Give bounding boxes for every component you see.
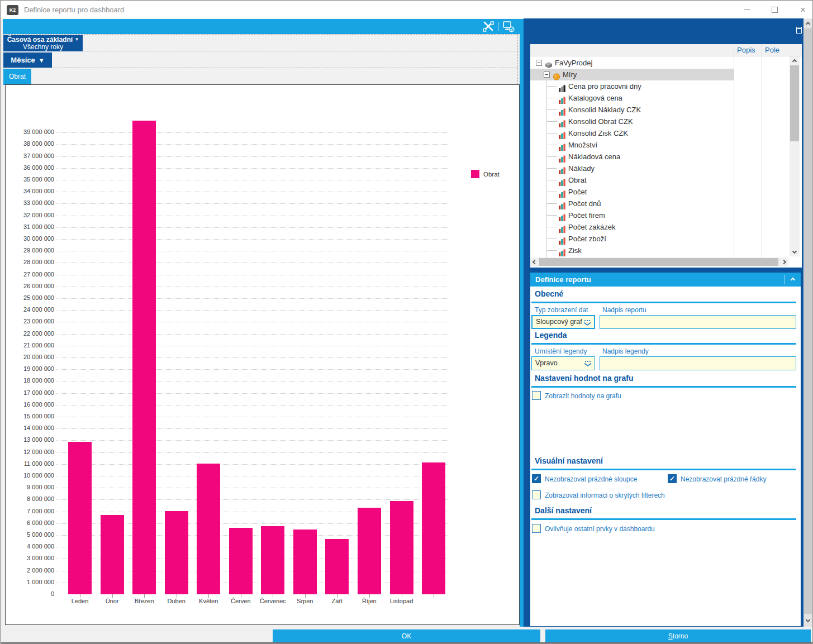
gridline: [56, 287, 448, 287]
time-axis-button[interactable]: Časová osa základní ▼ Všechny roky: [3, 35, 83, 51]
scroll-down-icon[interactable]: [791, 248, 798, 255]
tree-row-measure[interactable]: Konsolid Zisk CZK: [530, 127, 788, 139]
tree-row-measure[interactable]: Konsolid Náklady CZK: [530, 104, 788, 116]
tree-row-measure[interactable]: Počet zboží: [530, 233, 788, 245]
column-header-popis[interactable]: Popis: [737, 44, 755, 56]
y-axis-label: 29 000 000: [6, 247, 54, 254]
panel-divider[interactable]: [520, 19, 524, 629]
minimize-button[interactable]: [738, 1, 757, 18]
column-header-pole[interactable]: Pole: [765, 44, 779, 56]
crossed-tools-icon[interactable]: [482, 21, 495, 32]
bar[interactable]: [293, 529, 317, 594]
tree-row-measure[interactable]: Počet dnů: [530, 198, 788, 209]
bar[interactable]: [422, 462, 445, 594]
bar[interactable]: [261, 526, 284, 594]
legend-position-value: Vpravo: [535, 359, 558, 367]
scrollbar-thumb[interactable]: [804, 28, 812, 614]
bar[interactable]: [101, 515, 124, 595]
gridline: [56, 428, 448, 429]
tree-row-measure[interactable]: Cena pro pracovni dny: [530, 80, 788, 92]
y-axis-label: 1 000 000: [6, 579, 54, 585]
bar[interactable]: [132, 121, 156, 594]
right-scrollbar[interactable]: [804, 19, 812, 627]
tree-row-measure[interactable]: Počet zakázek: [530, 221, 788, 233]
tree-row-measure[interactable]: Nákladová cena: [530, 151, 788, 163]
scrollbar-thumb[interactable]: [539, 258, 778, 266]
tree-row-measure[interactable]: Náklady: [530, 163, 788, 174]
section-rule: [531, 518, 796, 520]
tree-row-measure[interactable]: Zisk: [530, 245, 788, 256]
bar[interactable]: [390, 501, 413, 595]
type-label: Typ zobrazení dat: [535, 306, 588, 314]
y-axis-label: 35 000 000: [6, 176, 54, 183]
maximize-button[interactable]: [766, 1, 785, 18]
section-general: Obecné: [535, 289, 563, 298]
y-axis-label: 20 000 000: [6, 354, 54, 360]
collapse-chevron-icon[interactable]: [788, 275, 797, 284]
close-button[interactable]: ×: [793, 1, 812, 18]
affects-dashboard-checkbox[interactable]: [532, 524, 541, 533]
storno-button[interactable]: Storno: [545, 629, 811, 642]
y-axis-label: 7 000 000: [6, 508, 54, 514]
bar[interactable]: [229, 528, 253, 594]
collapse-minus-icon[interactable]: [536, 60, 542, 66]
tree-vscrollbar[interactable]: [790, 56, 800, 256]
bar[interactable]: [325, 539, 349, 594]
hidden-filters-checkbox[interactable]: [532, 490, 541, 499]
gridline: [56, 452, 448, 453]
gridline: [56, 132, 448, 133]
tree-row-measure[interactable]: Počet firem: [530, 209, 788, 221]
chart-type-combobox[interactable]: Sloupcový graf: [531, 315, 595, 329]
tree-hscrollbar[interactable]: [530, 257, 788, 266]
hide-empty-columns-checkbox[interactable]: ✓: [532, 474, 541, 483]
y-axis-label: 12 000 000: [6, 449, 54, 455]
gridline: [56, 203, 448, 204]
months-button[interactable]: Měsíce▼: [3, 53, 52, 68]
y-axis-label: 9 000 000: [6, 484, 54, 490]
bar[interactable]: [165, 511, 188, 594]
scroll-up-icon[interactable]: [805, 21, 811, 27]
tree-label: Míry: [563, 69, 577, 80]
scroll-right-icon[interactable]: [781, 259, 787, 265]
chart-area: 01 000 0002 000 0003 000 0004 000 0005 0…: [5, 84, 520, 625]
section-rule: [531, 343, 796, 345]
axes-rows: Časová osa základní ▼ Všechny roky Měsíc…: [3, 34, 518, 84]
panel-title: Definice reportu: [535, 273, 591, 287]
tree-row-measure[interactable]: Obrat: [530, 174, 788, 186]
y-axis-label: 4 000 000: [6, 543, 54, 550]
tree-row-measure[interactable]: Katalogová cena: [530, 92, 788, 104]
scroll-down-icon[interactable]: [805, 617, 811, 623]
minimize-icon: [744, 9, 750, 10]
y-axis-label: 34 000 000: [6, 188, 54, 194]
hide-empty-rows-checkbox[interactable]: ✓: [668, 474, 677, 483]
measure-tab-obrat[interactable]: Obrat: [3, 69, 31, 85]
y-axis-label: 6 000 000: [6, 519, 54, 526]
legend-title-input[interactable]: [600, 356, 796, 370]
gridline: [56, 168, 448, 169]
report-title-input[interactable]: [600, 315, 796, 329]
affects-dashboard-label: Ovlivňuje ostatní prvky v dashboardu: [545, 525, 655, 533]
scroll-left-icon[interactable]: [531, 259, 538, 265]
bar[interactable]: [358, 508, 381, 594]
scroll-up-icon[interactable]: [791, 58, 798, 65]
hide-empty-rows-label: Nezobrazovat prázdné řádky: [681, 475, 766, 483]
monitor-check-icon[interactable]: [502, 21, 515, 32]
section-visual: Visuální nastavení: [535, 456, 603, 465]
tree-row-root[interactable]: FaVyProdej: [530, 57, 788, 69]
gridline: [56, 263, 448, 263]
tree-row-measure[interactable]: Konsolid Obrat CZK: [530, 116, 788, 127]
tree-row-measure[interactable]: Množství: [530, 139, 788, 151]
legend-position-combobox[interactable]: Vpravo: [531, 356, 595, 370]
y-axis-label: 28 000 000: [6, 259, 54, 265]
show-values-checkbox[interactable]: [532, 391, 541, 400]
tree-row-measure[interactable]: Počet: [530, 186, 788, 198]
scrollbar-thumb[interactable]: [790, 65, 799, 141]
collapse-minus-icon[interactable]: [544, 71, 550, 78]
y-axis-label: 18 000 000: [6, 377, 54, 384]
tree-row-group[interactable]: Míry: [530, 69, 734, 80]
ok-button[interactable]: OK: [273, 629, 540, 642]
bar[interactable]: [197, 464, 220, 594]
months-label: Měsíce: [11, 56, 35, 64]
bar[interactable]: [68, 442, 92, 594]
caret-down-icon: ▼: [74, 37, 79, 42]
